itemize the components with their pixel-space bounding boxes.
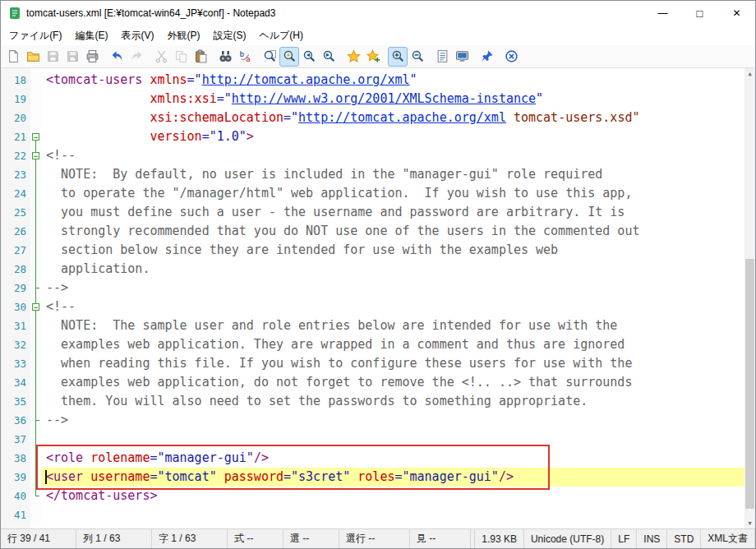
menu-file[interactable]: ファイル(F): [2, 25, 68, 46]
line-number[interactable]: 40: [1, 487, 30, 505]
fold-collapse-icon[interactable]: [32, 303, 39, 311]
find-in-document-button[interactable]: [260, 47, 279, 67]
editor-line[interactable]: 19 xmlns:xsi="http://www.w3.org/2001/XML…: [1, 90, 755, 108]
status-std-mode[interactable]: STD: [667, 529, 701, 548]
line-number[interactable]: 29: [1, 279, 30, 298]
code-line-text[interactable]: application.: [41, 260, 755, 279]
code-line-text[interactable]: [41, 505, 755, 524]
code-line-text[interactable]: NOTE: The sample user and role entries b…: [41, 316, 755, 335]
line-number[interactable]: 38: [1, 449, 30, 468]
line-number[interactable]: 21: [1, 127, 30, 146]
status-insert-mode[interactable]: INS: [637, 529, 667, 548]
menu-help[interactable]: ヘルプ(H): [252, 25, 310, 46]
paste-button[interactable]: [191, 47, 210, 67]
status-character[interactable]: 字 1 / 63: [152, 529, 228, 548]
code-line-text[interactable]: <!--: [41, 146, 755, 165]
status-line[interactable]: 行 39 / 41: [1, 529, 76, 548]
line-number[interactable]: 33: [1, 354, 30, 373]
find-previous-button[interactable]: [299, 47, 319, 67]
close-button[interactable]: ✕: [718, 1, 755, 25]
editor-line[interactable]: 35 them. You will also need to set the p…: [1, 392, 755, 411]
line-number[interactable]: 36: [1, 411, 30, 430]
code-line-text[interactable]: examples web application, do not forget …: [41, 373, 755, 392]
scroll-down-arrow-icon[interactable]: ▼: [744, 518, 755, 528]
line-number[interactable]: 18: [1, 71, 30, 90]
code-line-text[interactable]: you must define such a user - the userna…: [41, 203, 755, 222]
menu-appearance[interactable]: 外観(P): [160, 25, 206, 46]
undo-button[interactable]: [107, 47, 127, 67]
editor-line[interactable]: 36-->: [1, 411, 755, 430]
minimize-button[interactable]: —: [644, 1, 681, 25]
find-button[interactable]: [215, 47, 235, 67]
status-encoding[interactable]: Unicode (UTF-8): [524, 529, 611, 548]
code-line-text[interactable]: strongly recommended that you do NOT use…: [41, 222, 755, 241]
menu-settings[interactable]: 設定(S): [206, 25, 252, 46]
exit-button[interactable]: [501, 47, 521, 67]
editor-line[interactable]: 30<!--: [1, 298, 755, 316]
menu-edit[interactable]: 編集(E): [68, 25, 114, 46]
editor-line[interactable]: 40</tomcat-users>: [1, 487, 755, 505]
code-line-text[interactable]: <!--: [41, 298, 755, 316]
line-number[interactable]: 35: [1, 392, 30, 411]
editor-line[interactable]: 37: [1, 430, 755, 449]
print-button[interactable]: [82, 47, 102, 67]
line-number[interactable]: 26: [1, 222, 30, 241]
vertical-scrollbar[interactable]: ▲ ▼: [744, 68, 755, 528]
code-line-text[interactable]: </tomcat-users>: [41, 487, 755, 505]
editor-line[interactable]: 34 examples web application, do not forg…: [1, 373, 755, 392]
line-number[interactable]: 27: [1, 241, 30, 260]
editor-line[interactable]: 21 version="1.0">: [1, 127, 755, 146]
status-eol-mode[interactable]: LF: [611, 529, 637, 548]
status-column[interactable]: 列 1 / 63: [76, 529, 152, 548]
scrollbar-track[interactable]: [744, 79, 755, 518]
code-line-text[interactable]: section below since they are intended fo…: [41, 241, 755, 260]
editor-line[interactable]: 33 when reading this file. If you wish t…: [1, 354, 755, 373]
full-screen-button[interactable]: [452, 47, 472, 67]
fold-collapse-icon[interactable]: [32, 133, 39, 141]
add-to-favorites-button[interactable]: [363, 47, 383, 67]
editor-line[interactable]: 38<role rolename="manager-gui"/>: [1, 449, 755, 468]
line-number[interactable]: 30: [1, 298, 30, 316]
code-line-text[interactable]: when reading this file. If you wish to c…: [41, 354, 755, 373]
line-number[interactable]: 39: [1, 468, 30, 487]
editor[interactable]: 18<tomcat-users xmlns="http://tomcat.apa…: [1, 68, 755, 528]
code-line-text[interactable]: <role rolename="manager-gui"/>: [41, 449, 755, 468]
editor-line[interactable]: 31 NOTE: The sample user and role entrie…: [1, 316, 755, 335]
line-number[interactable]: 28: [1, 260, 30, 279]
find-next-button[interactable]: [319, 47, 339, 67]
code-line-text[interactable]: to operate the "/manager/html" web appli…: [41, 184, 755, 203]
zoom-in-button[interactable]: [388, 47, 408, 67]
fold-collapse-icon[interactable]: [32, 152, 39, 159]
code-line-text[interactable]: -->: [41, 279, 755, 298]
fold-margin-cell[interactable]: [30, 146, 41, 165]
line-number[interactable]: 31: [1, 316, 30, 335]
editor-lines[interactable]: 18<tomcat-users xmlns="http://tomcat.apa…: [1, 68, 755, 524]
status-doc-type[interactable]: XML文書: [701, 529, 755, 548]
editor-line[interactable]: 39<user username="tomcat" password="s3cr…: [1, 468, 755, 487]
code-line-text[interactable]: [41, 430, 755, 449]
editor-line[interactable]: 26 strongly recommended that you do NOT …: [1, 222, 755, 241]
fold-margin-cell[interactable]: [30, 127, 41, 146]
code-line-text[interactable]: them. You will also need to set the pass…: [41, 392, 755, 411]
code-line-text[interactable]: examples web application. They are wrapp…: [41, 335, 755, 354]
line-number[interactable]: 23: [1, 165, 30, 184]
editor-line[interactable]: 29-->: [1, 279, 755, 298]
menu-view[interactable]: 表示(V): [114, 25, 160, 46]
line-number[interactable]: 34: [1, 373, 30, 392]
editor-line[interactable]: 28 application.: [1, 260, 755, 279]
pin-to-top-button[interactable]: [477, 47, 496, 67]
favorites-button[interactable]: [343, 47, 363, 67]
code-line-text[interactable]: <tomcat-users xmlns="http://tomcat.apach…: [41, 71, 755, 90]
line-number[interactable]: 19: [1, 90, 30, 108]
open-file-button[interactable]: [23, 47, 43, 67]
line-number[interactable]: 25: [1, 203, 30, 222]
line-number[interactable]: 37: [1, 430, 30, 449]
line-number[interactable]: 32: [1, 335, 30, 354]
zoom-out-button[interactable]: [408, 47, 427, 67]
code-line-text[interactable]: <user username="tomcat" password="s3cret…: [41, 468, 755, 487]
scrollbar-thumb[interactable]: [745, 259, 754, 509]
replace-button[interactable]: ba: [235, 47, 255, 67]
code-line-text[interactable]: xmlns:xsi="http://www.w3.org/2001/XMLSch…: [41, 90, 755, 108]
editor-line[interactable]: 18<tomcat-users xmlns="http://tomcat.apa…: [1, 71, 755, 90]
editor-line[interactable]: 25 you must define such a user - the use…: [1, 203, 755, 222]
